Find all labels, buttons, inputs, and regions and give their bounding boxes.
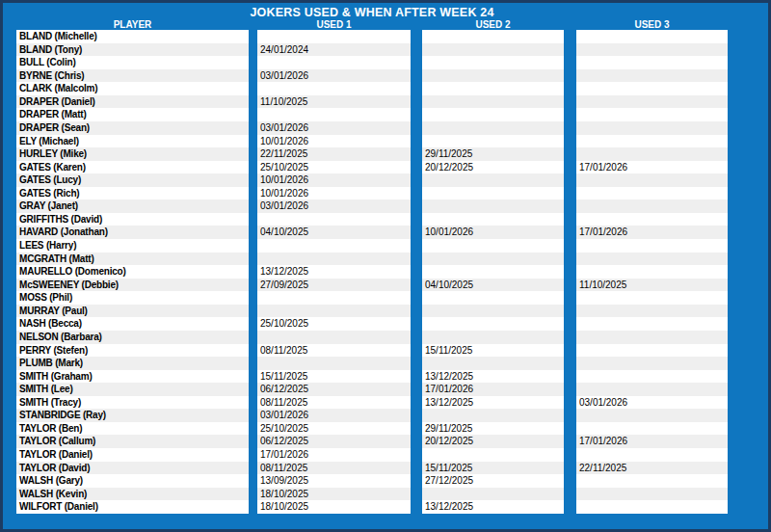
used1-cell[interactable]: 08/11/2025	[257, 396, 411, 410]
used3-cell[interactable]	[576, 69, 728, 83]
player-name-cell[interactable]: TAYLOR (David)	[16, 462, 249, 475]
player-name-cell[interactable]: SMITH (Lee)	[16, 383, 249, 396]
used3-cell[interactable]	[576, 187, 728, 200]
used2-cell[interactable]	[422, 409, 564, 422]
used3-cell[interactable]	[576, 344, 728, 358]
used3-cell[interactable]	[576, 305, 728, 318]
used3-cell[interactable]	[576, 383, 728, 396]
used3-cell[interactable]: 03/01/2026	[576, 396, 728, 410]
used2-cell[interactable]: 29/11/2025	[422, 147, 564, 161]
used1-cell[interactable]: 22/11/2025	[257, 147, 411, 161]
player-name-cell[interactable]: MURRAY (Paul)	[16, 305, 249, 318]
used3-cell[interactable]: 22/11/2025	[576, 462, 728, 475]
used1-cell[interactable]: 08/11/2025	[257, 344, 411, 358]
player-name-cell[interactable]: BLAND (Tony)	[16, 43, 249, 57]
used2-cell[interactable]	[422, 305, 564, 318]
player-name-cell[interactable]: BLAND (Michelle)	[16, 30, 249, 43]
used2-cell[interactable]: 13/12/2025	[422, 396, 564, 410]
used2-cell[interactable]: 15/11/2025	[422, 462, 564, 475]
player-name-cell[interactable]: DRAPER (Sean)	[16, 121, 249, 135]
used2-cell[interactable]	[422, 135, 564, 148]
used2-cell[interactable]: 17/01/2026	[422, 383, 564, 396]
player-name-cell[interactable]: GATES (Karen)	[16, 161, 249, 174]
player-name-cell[interactable]: GATES (Rich)	[16, 187, 249, 200]
player-name-cell[interactable]: TAYLOR (Daniel)	[16, 448, 249, 462]
used3-cell[interactable]: 17/01/2026	[576, 435, 728, 448]
used1-cell[interactable]	[257, 82, 411, 95]
used2-cell[interactable]	[422, 30, 564, 43]
used2-cell[interactable]	[422, 239, 564, 253]
used1-cell[interactable]: 03/01/2026	[257, 121, 411, 135]
used2-cell[interactable]: 13/12/2025	[422, 370, 564, 384]
used1-cell[interactable]: 10/01/2026	[257, 187, 411, 200]
used3-cell[interactable]	[576, 253, 728, 266]
used3-cell[interactable]	[576, 95, 728, 109]
used3-cell[interactable]	[576, 448, 728, 462]
used3-cell[interactable]	[576, 82, 728, 95]
used1-cell[interactable]	[257, 253, 411, 266]
player-name-cell[interactable]: DRAPER (Matt)	[16, 108, 249, 121]
used3-cell[interactable]	[576, 422, 728, 436]
used1-cell[interactable]	[257, 213, 411, 226]
player-name-cell[interactable]: PLUMB (Mark)	[16, 357, 249, 370]
used1-cell[interactable]: 13/09/2025	[257, 474, 411, 488]
used2-cell[interactable]: 04/10/2025	[422, 279, 564, 292]
player-name-cell[interactable]: BULL (Colin)	[16, 56, 249, 69]
used1-cell[interactable]: 13/12/2025	[257, 265, 411, 279]
player-name-cell[interactable]: SMITH (Tracy)	[16, 396, 249, 410]
used1-cell[interactable]	[257, 331, 411, 344]
player-name-cell[interactable]: NASH (Becca)	[16, 317, 249, 331]
player-name-cell[interactable]: GRIFFITHS (David)	[16, 213, 249, 226]
used3-cell[interactable]	[576, 488, 728, 501]
player-name-cell[interactable]: SMITH (Graham)	[16, 370, 249, 384]
player-name-cell[interactable]: MAURELLO (Domenico)	[16, 265, 249, 279]
used3-cell[interactable]	[576, 500, 728, 514]
used1-cell[interactable]: 15/11/2025	[257, 370, 411, 384]
used2-cell[interactable]	[422, 357, 564, 370]
player-name-cell[interactable]: HURLEY (Mike)	[16, 147, 249, 161]
used3-cell[interactable]: 17/01/2026	[576, 161, 728, 174]
used3-cell[interactable]	[576, 200, 728, 213]
used2-cell[interactable]	[422, 200, 564, 213]
used2-cell[interactable]	[422, 448, 564, 462]
player-name-cell[interactable]: BYRNE (Chris)	[16, 69, 249, 83]
used1-cell[interactable]	[257, 56, 411, 69]
used2-cell[interactable]	[422, 291, 564, 305]
used2-cell[interactable]: 20/12/2025	[422, 161, 564, 174]
used1-cell[interactable]: 25/10/2025	[257, 161, 411, 174]
used2-cell[interactable]	[422, 187, 564, 200]
used3-cell[interactable]	[576, 317, 728, 331]
player-name-cell[interactable]: STANBRIDGE (Ray)	[16, 409, 249, 422]
used1-cell[interactable]: 25/10/2025	[257, 422, 411, 436]
used3-cell[interactable]	[576, 291, 728, 305]
used2-cell[interactable]	[422, 121, 564, 135]
used3-cell[interactable]: 17/01/2026	[576, 226, 728, 239]
used3-cell[interactable]	[576, 56, 728, 69]
used1-cell[interactable]: 18/10/2025	[257, 500, 411, 514]
player-name-cell[interactable]: NELSON (Barbara)	[16, 331, 249, 344]
used2-cell[interactable]: 10/01/2026	[422, 226, 564, 239]
used3-cell[interactable]	[576, 474, 728, 488]
used2-cell[interactable]	[422, 253, 564, 266]
used1-cell[interactable]: 08/11/2025	[257, 462, 411, 475]
player-name-cell[interactable]: GATES (Lucy)	[16, 173, 249, 187]
player-name-cell[interactable]: WILFORT (Daniel)	[16, 500, 249, 514]
used3-cell[interactable]	[576, 173, 728, 187]
used1-cell[interactable]: 18/10/2025	[257, 488, 411, 501]
used3-cell[interactable]	[576, 147, 728, 161]
player-name-cell[interactable]: DRAPER (Daniel)	[16, 95, 249, 109]
used2-cell[interactable]	[422, 213, 564, 226]
used1-cell[interactable]	[257, 239, 411, 253]
used3-cell[interactable]	[576, 121, 728, 135]
used2-cell[interactable]	[422, 56, 564, 69]
player-name-cell[interactable]: CLARK (Malcolm)	[16, 82, 249, 95]
player-name-cell[interactable]: ELY (Michael)	[16, 135, 249, 148]
used2-cell[interactable]	[422, 265, 564, 279]
used1-cell[interactable]: 24/01/2024	[257, 43, 411, 57]
used1-cell[interactable]: 06/12/2025	[257, 383, 411, 396]
used1-cell[interactable]	[257, 357, 411, 370]
used2-cell[interactable]	[422, 69, 564, 83]
player-name-cell[interactable]: HAVARD (Jonathan)	[16, 226, 249, 239]
player-name-cell[interactable]: WALSH (Gary)	[16, 474, 249, 488]
used2-cell[interactable]: 27/12/2025	[422, 474, 564, 488]
